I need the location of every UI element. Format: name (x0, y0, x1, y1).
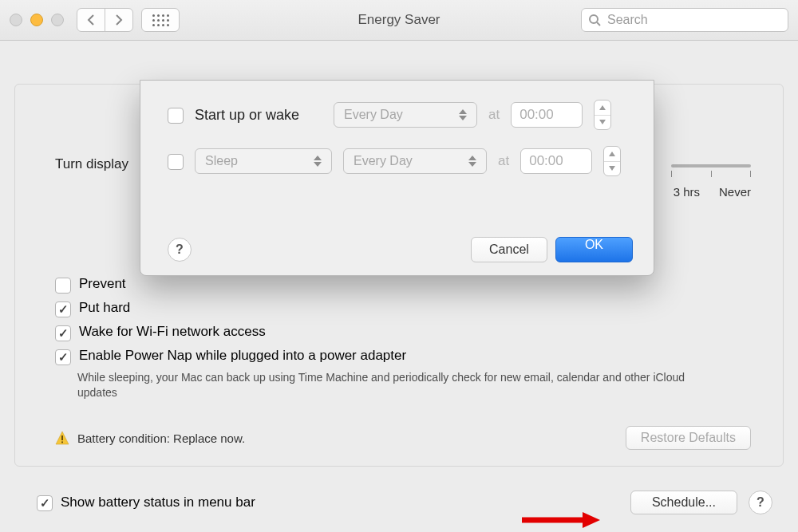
svg-marker-14 (468, 162, 476, 167)
svg-marker-12 (314, 162, 322, 167)
chevron-up-icon (604, 147, 620, 162)
slider-tick-never: Never (719, 185, 751, 199)
svg-marker-7 (459, 109, 467, 114)
chevron-updown-icon (314, 149, 326, 173)
power-nap-checkbox[interactable] (55, 349, 71, 365)
sleep-checkbox[interactable] (168, 154, 184, 170)
prevent-sleep-label: Prevent (79, 276, 126, 292)
cancel-button[interactable]: Cancel (471, 237, 547, 262)
sheet-help-button[interactable]: ? (168, 238, 192, 262)
preferences-window: Energy Saver Turn display 3 hrs Never Pr… (0, 0, 798, 532)
turn-display-off-label: Turn display (55, 156, 128, 172)
chevron-down-icon (604, 162, 620, 176)
sleep-day-select[interactable]: Every Day (343, 148, 487, 174)
sleep-time-stepper[interactable] (603, 146, 621, 176)
sleep-time-field[interactable]: 00:00 (520, 148, 592, 174)
svg-rect-4 (61, 442, 63, 443)
power-nap-label: Enable Power Nap while plugged into a po… (79, 348, 406, 364)
search-input[interactable] (606, 12, 781, 28)
schedule-startup-row: Start up or wake Every Day at 00:00 (168, 100, 633, 130)
wake-wifi-row: Wake for Wi-Fi network access (55, 324, 751, 341)
display-off-slider[interactable] (671, 164, 751, 167)
show-all-button[interactable] (141, 8, 180, 32)
help-button[interactable]: ? (749, 491, 772, 514)
slider-labels: 3 hrs Never (674, 185, 751, 199)
power-nap-description: While sleeping, your Mac can back up usi… (77, 370, 700, 400)
svg-marker-16 (609, 166, 615, 171)
show-battery-label: Show battery status in menu bar (61, 495, 255, 510)
svg-rect-3 (61, 435, 63, 440)
schedule-sheet: Start up or wake Every Day at 00:00 (140, 80, 654, 276)
startup-time-field[interactable]: 00:00 (511, 102, 583, 128)
slider-ticks (671, 171, 751, 177)
show-battery-checkbox[interactable] (37, 495, 53, 511)
wake-wifi-checkbox[interactable] (55, 325, 71, 341)
at-label-2: at (498, 153, 509, 169)
battery-condition-text: Battery condition: Replace now. (77, 432, 245, 445)
put-hard-disk-checkbox[interactable] (55, 301, 71, 317)
chevron-up-icon (595, 100, 610, 116)
svg-line-1 (597, 22, 600, 26)
grid-icon (152, 14, 169, 26)
restore-defaults-button[interactable]: Restore Defaults (626, 426, 751, 450)
put-hard-disk-row: Put hard (55, 300, 751, 317)
sleep-day-value: Every Day (354, 154, 413, 168)
warning-icon (55, 431, 69, 445)
chevron-down-icon (595, 116, 610, 130)
sleep-action-select[interactable]: Sleep (195, 148, 332, 174)
traffic-lights (10, 14, 64, 26)
search-icon (588, 14, 601, 26)
svg-marker-11 (314, 156, 322, 160)
sheet-footer: ? Cancel OK (168, 237, 633, 262)
options-list: Prevent Put hard Wake for Wi-Fi network … (55, 276, 751, 400)
forward-button[interactable] (105, 9, 132, 31)
nav-back-forward (77, 8, 133, 32)
chevron-updown-icon (459, 103, 472, 127)
power-nap-row: Enable Power Nap while plugged into a po… (55, 348, 751, 365)
put-hard-disk-label: Put hard (79, 300, 130, 316)
startup-day-select[interactable]: Every Day (334, 102, 477, 128)
startup-checkbox[interactable] (168, 108, 184, 124)
window-zoom-button[interactable] (51, 14, 64, 26)
prevent-sleep-checkbox[interactable] (55, 278, 71, 294)
slider-tick-3hrs: 3 hrs (674, 185, 700, 199)
back-button[interactable] (77, 9, 105, 31)
ok-button[interactable]: OK (555, 237, 633, 262)
svg-marker-13 (468, 156, 476, 160)
battery-status-row: Battery condition: Replace now. Restore … (55, 426, 751, 450)
svg-marker-9 (599, 105, 606, 110)
titlebar: Energy Saver (0, 0, 798, 41)
startup-label: Start up or wake (195, 107, 322, 124)
startup-day-value: Every Day (344, 108, 403, 122)
window-close-button[interactable] (10, 14, 22, 26)
schedule-sleep-row: Sleep Every Day at 00:00 (168, 146, 633, 176)
svg-marker-15 (609, 152, 615, 156)
at-label-1: at (488, 107, 500, 123)
body: Turn display 3 hrs Never Prevent Put har… (0, 40, 798, 532)
schedule-button[interactable]: Schedule... (630, 491, 737, 514)
prevent-sleep-row: Prevent (55, 276, 751, 294)
svg-point-0 (590, 15, 598, 23)
wake-wifi-label: Wake for Wi-Fi network access (79, 324, 266, 340)
search-field[interactable] (581, 8, 788, 32)
startup-time-stepper[interactable] (594, 100, 611, 130)
footer-row: Show battery status in menu bar Schedule… (0, 473, 798, 532)
svg-marker-10 (599, 120, 606, 124)
window-minimize-button[interactable] (30, 14, 43, 26)
chevron-updown-icon (468, 149, 481, 173)
svg-marker-8 (459, 116, 467, 120)
sleep-action-value: Sleep (205, 154, 238, 168)
